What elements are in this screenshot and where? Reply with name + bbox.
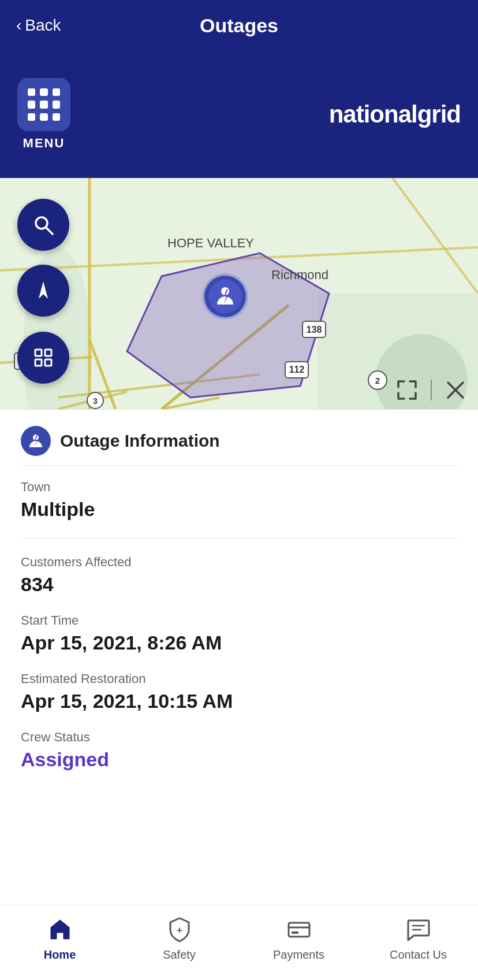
close-icon — [443, 378, 468, 402]
menu-button[interactable]: MENU — [17, 78, 70, 151]
locate-button[interactable] — [17, 265, 69, 317]
header: ‹ Back Outages — [0, 0, 478, 51]
contact-nav-label: Contact Us — [390, 948, 447, 962]
outage-info-panel: Outage Information Town Multiple Custome… — [0, 409, 478, 807]
home-nav-label: Home — [44, 948, 76, 962]
outage-person-icon — [214, 285, 237, 308]
top-bar: MENU nationalgrid — [0, 51, 478, 178]
start-time-label: Start Time — [21, 613, 457, 628]
restoration-section: Estimated Restoration Apr 15, 2021, 10:1… — [21, 671, 457, 712]
customers-section: Customers Affected 834 — [21, 555, 457, 596]
svg-rect-51 — [289, 923, 309, 937]
expand-icon — [31, 345, 56, 370]
start-time-value: Apr 15, 2021, 8:26 AM — [21, 632, 457, 654]
home-icon — [45, 915, 75, 945]
nav-home-button[interactable]: Home — [0, 915, 120, 962]
divider — [431, 380, 432, 400]
outage-section-title: Outage Information — [60, 431, 220, 451]
town-value: Multiple — [21, 498, 457, 521]
nav-spacer — [0, 807, 478, 882]
menu-label: MENU — [23, 136, 65, 151]
expand-map-button[interactable] — [17, 332, 69, 384]
svg-text:Richmond: Richmond — [271, 268, 328, 282]
page-title: Outages — [200, 14, 278, 37]
svg-rect-45 — [45, 359, 51, 366]
nav-safety-button[interactable]: + Safety — [120, 915, 239, 962]
nationalgrid-logo: nationalgrid — [329, 101, 461, 128]
crew-status-value: Assigned — [21, 748, 457, 771]
fullscreen-icon — [395, 378, 419, 402]
back-label: Back — [25, 16, 61, 35]
back-chevron-icon: ‹ — [16, 16, 21, 35]
restoration-label: Estimated Restoration — [21, 671, 457, 686]
svg-rect-44 — [35, 359, 42, 366]
back-button[interactable]: ‹ Back — [16, 16, 61, 35]
menu-grid-icon — [17, 78, 70, 131]
locate-icon — [31, 278, 56, 303]
start-time-section: Start Time Apr 15, 2021, 8:26 AM — [21, 613, 457, 654]
nav-payments-button[interactable]: Payments — [239, 915, 358, 962]
payments-icon — [284, 915, 314, 945]
svg-text:3: 3 — [93, 396, 98, 406]
svg-text:112: 112 — [289, 365, 305, 374]
svg-line-40 — [46, 228, 53, 234]
contact-icon — [404, 915, 434, 945]
map-marker[interactable] — [202, 273, 248, 320]
logo-text: nationalgrid — [329, 101, 461, 128]
search-icon — [31, 212, 56, 237]
fullscreen-button[interactable] — [395, 378, 419, 402]
crew-status-label: Crew Status — [21, 730, 457, 745]
close-panel-button[interactable] — [443, 378, 468, 402]
svg-text:2: 2 — [375, 376, 380, 385]
svg-marker-41 — [39, 281, 48, 299]
map-container[interactable]: HOPE VALLEY Richmond Hopkinton 138 95 11… — [0, 178, 478, 409]
customers-value: 834 — [21, 573, 457, 596]
outage-icon-svg — [27, 432, 44, 450]
svg-text:+: + — [177, 925, 182, 935]
svg-rect-53 — [292, 931, 298, 934]
divider-1 — [21, 538, 457, 539]
town-section: Town Multiple — [21, 480, 457, 521]
customers-label: Customers Affected — [21, 555, 457, 570]
outage-header: Outage Information — [21, 426, 457, 466]
map-actions — [384, 371, 478, 409]
safety-icon: + — [165, 915, 195, 945]
search-map-button[interactable] — [17, 199, 69, 251]
safety-nav-label: Safety — [163, 948, 196, 962]
map-marker-inner — [208, 280, 242, 313]
nav-contact-button[interactable]: Contact Us — [358, 915, 478, 962]
svg-text:138: 138 — [307, 325, 322, 335]
svg-text:HOPE VALLEY: HOPE VALLEY — [167, 236, 254, 250]
svg-rect-42 — [35, 350, 42, 356]
crew-status-section: Crew Status Assigned — [21, 730, 457, 771]
restoration-value: Apr 15, 2021, 10:15 AM — [21, 690, 457, 712]
payments-nav-label: Payments — [273, 948, 324, 962]
outage-header-icon — [21, 426, 51, 456]
bottom-navigation: Home + Safety Payments — [0, 905, 478, 980]
town-label: Town — [21, 480, 457, 495]
svg-rect-43 — [45, 350, 51, 356]
